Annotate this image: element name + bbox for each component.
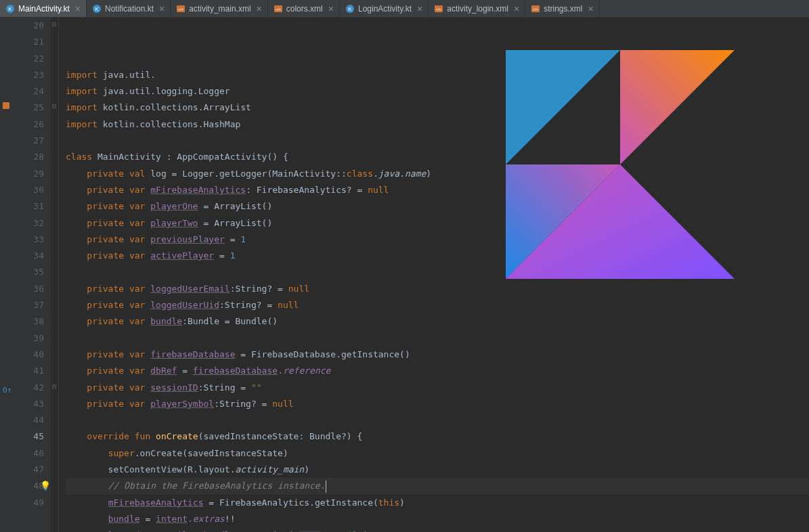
gutter-icons: O↑	[0, 18, 14, 532]
intention-bulb-icon[interactable]: 💡	[40, 478, 51, 494]
svg-text:K: K	[8, 6, 12, 12]
code-line[interactable]: mFirebaseAnalytics = FirebaseAnalytics.g…	[66, 495, 809, 511]
override-gutter-icon[interactable]: O↑	[3, 382, 12, 399]
kotlin-file-icon: K	[92, 4, 102, 14]
xml-file-icon: </>	[434, 4, 443, 14]
code-line[interactable]: setContentView(R.layout.activity_main)	[66, 462, 809, 478]
code-line[interactable]	[66, 330, 809, 347]
svg-text:</>: </>	[436, 7, 442, 12]
tab-main-activity[interactable]: K MainActivity.kt ×	[0, 0, 87, 17]
close-icon[interactable]: ×	[417, 3, 422, 14]
xml-file-icon: </>	[274, 4, 283, 14]
line-numbers: 2021222324252627282930313233343536373839…	[14, 18, 51, 532]
code-area[interactable]: import java.util.import java.util.loggin…	[59, 18, 809, 532]
kotlin-file-icon: K	[5, 4, 15, 14]
svg-text:</>: </>	[533, 7, 539, 12]
tab-label: colors.xml	[286, 4, 323, 14]
code-line[interactable]: private var playerSymbol:String? = null	[66, 396, 809, 412]
tab-colors-xml[interactable]: </> colors.xml ×	[268, 0, 340, 17]
tab-label: strings.xml	[544, 4, 582, 14]
svg-text:</>: </>	[275, 7, 281, 12]
fold-toggle-icon[interactable]: ⊟	[52, 102, 56, 110]
code-line[interactable]: private var sessionID:String = ""	[66, 380, 809, 396]
code-line[interactable]: private var firebaseDatabase = FirebaseD…	[66, 347, 809, 363]
svg-text:K: K	[95, 6, 99, 12]
tab-activity-main-xml[interactable]: </> activity_main.xml ×	[171, 0, 268, 17]
fold-toggle-icon[interactable]: ⊟	[52, 20, 56, 28]
tab-login-activity[interactable]: K LoginActivity.kt ×	[340, 0, 429, 17]
kotlin-logo	[506, 50, 735, 279]
close-icon[interactable]: ×	[514, 3, 519, 14]
fold-column: ⊟ ⊟ ⊟	[51, 18, 59, 532]
tab-label: Notification.kt	[105, 4, 154, 14]
code-line[interactable]: loggedUserEmail = bundle.getString( key:…	[66, 527, 809, 532]
code-line[interactable]: private var bundle:Bundle = Bundle()	[66, 313, 809, 330]
code-line[interactable]: private var loggedUserUid:String? = null	[66, 297, 809, 313]
tab-label: activity_login.xml	[447, 4, 508, 14]
svg-text:</>: </>	[178, 7, 184, 12]
code-line[interactable]: 💡 // Obtain the FirebaseAnalytics instan…	[66, 478, 809, 494]
close-icon[interactable]: ×	[328, 3, 334, 14]
code-line[interactable]: private var dbRef = firebaseDatabase.ref…	[66, 363, 809, 379]
code-line[interactable]: super.onCreate(savedInstanceState)	[66, 445, 809, 462]
close-icon[interactable]: ×	[257, 3, 262, 14]
tab-label: MainActivity.kt	[18, 4, 70, 14]
code-line[interactable]: private var loggedUserEmail:String? = nu…	[66, 281, 809, 297]
tab-activity-login-xml[interactable]: </> activity_login.xml ×	[429, 0, 525, 17]
close-icon[interactable]: ×	[588, 3, 594, 14]
svg-text:K: K	[348, 6, 352, 12]
tab-label: activity_main.xml	[189, 4, 250, 14]
xml-file-icon: </>	[176, 4, 185, 14]
close-icon[interactable]: ×	[75, 3, 81, 14]
tab-label: LoginActivity.kt	[358, 4, 412, 14]
class-gutter-icon[interactable]	[1, 99, 11, 116]
editor: O↑ 2021222324252627282930313233343536373…	[0, 18, 809, 532]
close-icon[interactable]: ×	[159, 3, 165, 14]
svg-marker-15	[506, 50, 620, 164]
tab-notification[interactable]: K Notification.kt ×	[87, 0, 171, 17]
code-line[interactable]: bundle = intent.extras!!	[66, 511, 809, 527]
svg-rect-14	[3, 102, 9, 109]
code-line[interactable]	[66, 412, 809, 428]
kotlin-file-icon: K	[345, 4, 355, 14]
editor-tabs: K MainActivity.kt × K Notification.kt × …	[0, 0, 809, 18]
fold-toggle-icon[interactable]: ⊟	[52, 382, 56, 390]
tab-strings-xml[interactable]: </> strings.xml ×	[525, 0, 600, 17]
code-line[interactable]: override fun onCreate(savedInstanceState…	[66, 428, 809, 445]
xml-file-icon: </>	[531, 4, 540, 14]
